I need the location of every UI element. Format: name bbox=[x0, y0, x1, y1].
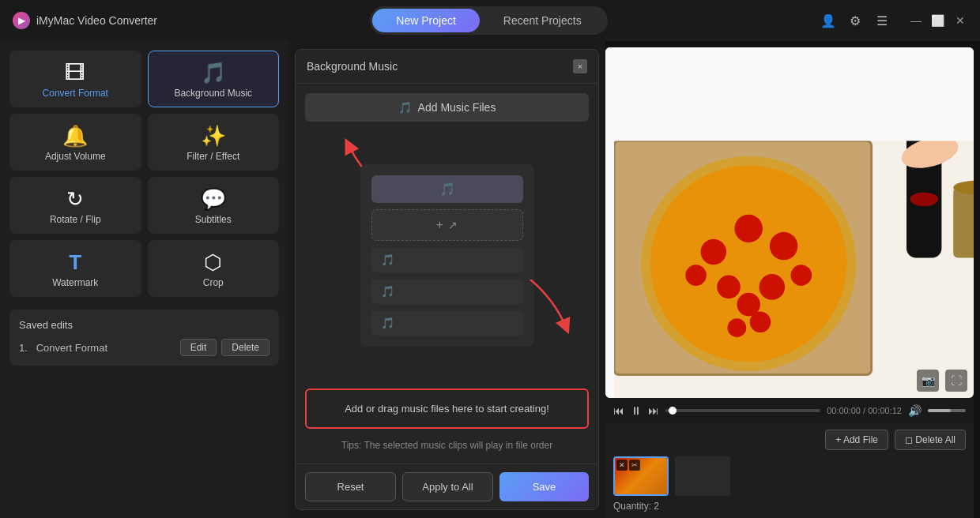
saved-edit-name: 1. Convert Format bbox=[19, 342, 107, 354]
reset-button[interactable]: Reset bbox=[305, 472, 396, 501]
tool-crop[interactable]: ⬡ Crop bbox=[148, 240, 280, 297]
tool-adjust-volume[interactable]: 🔔 Adjust Volume bbox=[9, 114, 141, 171]
time-current: 00:00:00 bbox=[827, 406, 861, 415]
svg-point-12 bbox=[790, 265, 812, 286]
minimize-button[interactable]: — bbox=[909, 13, 923, 28]
file-list-header: + Add File ◻ Delete All bbox=[613, 430, 966, 450]
note-icon-3: 🎵 bbox=[381, 317, 394, 329]
convert-format-icon: 🎞 bbox=[65, 62, 85, 83]
tool-background-music[interactable]: 🎵 Background Music bbox=[148, 51, 280, 107]
skip-start-button[interactable]: ⏮ bbox=[613, 404, 624, 417]
screenshot-icon[interactable]: 📷 bbox=[917, 370, 939, 392]
dialog-title: Background Music bbox=[307, 60, 398, 73]
svg-point-18 bbox=[910, 193, 938, 207]
save-button[interactable]: Save bbox=[499, 472, 589, 501]
note-icon-1: 🎵 bbox=[381, 253, 394, 266]
progress-bar[interactable] bbox=[665, 409, 820, 412]
add-music-label: Add Music Files bbox=[418, 101, 496, 114]
volume-bar[interactable] bbox=[928, 409, 966, 412]
dialog-close-button[interactable]: × bbox=[573, 59, 587, 73]
thumbnail-2-image bbox=[675, 456, 730, 496]
tool-subtitles[interactable]: 💬 Subtitles bbox=[148, 177, 280, 234]
background-music-dialog: Background Music × 🎵 Add Music Files bbox=[295, 49, 599, 510]
drop-zone[interactable]: Add or drag music files here to start cr… bbox=[305, 388, 589, 429]
settings-icon[interactable]: ⚙ bbox=[847, 13, 863, 28]
window-controls: — ⬜ ✕ bbox=[909, 13, 967, 28]
saved-edits-title: Saved edits bbox=[19, 319, 270, 331]
dialog-header: Background Music × bbox=[296, 50, 598, 84]
edit-button[interactable]: Edit bbox=[180, 339, 217, 356]
play-button[interactable]: ⏸ bbox=[631, 404, 642, 417]
skip-end-button[interactable]: ⏭ bbox=[648, 404, 659, 417]
thumbnail-1-cut[interactable]: ✂ bbox=[629, 460, 640, 471]
tool-watermark[interactable]: T Watermark bbox=[9, 240, 141, 297]
progress-dot bbox=[669, 407, 677, 415]
tab-recent-projects[interactable]: Recent Projects bbox=[480, 9, 605, 32]
tool-convert-format[interactable]: 🎞 Convert Format bbox=[9, 51, 141, 107]
saved-edit-item-name: Convert Format bbox=[36, 342, 107, 354]
thumbnail-2[interactable] bbox=[675, 456, 730, 496]
title-bar-actions: 👤 ⚙ ☰ — ⬜ ✕ bbox=[820, 13, 967, 28]
file-thumbnails: ✕ ✂ bbox=[613, 456, 966, 496]
watermark-icon: T bbox=[69, 252, 81, 272]
watermark-label: Watermark bbox=[52, 277, 98, 288]
add-file-button[interactable]: + Add File bbox=[825, 430, 888, 450]
rotate-flip-label: Rotate / Flip bbox=[50, 214, 101, 225]
delete-all-button[interactable]: ◻ Delete All bbox=[895, 430, 966, 450]
app-logo: ▶ bbox=[13, 12, 30, 29]
subtitles-icon: 💬 bbox=[201, 189, 226, 209]
svg-rect-19 bbox=[953, 188, 974, 258]
app-title: iMyMac Video Converter bbox=[36, 14, 157, 27]
svg-point-11 bbox=[685, 265, 707, 286]
svg-point-6 bbox=[701, 239, 727, 265]
adjust-volume-icon: 🔔 bbox=[62, 126, 88, 146]
saved-edit-row: 1. Convert Format Edit Delete bbox=[19, 339, 270, 356]
rotate-flip-icon: ↻ bbox=[66, 189, 84, 209]
subtitles-label: Subtitles bbox=[195, 214, 232, 225]
dialog-footer: Reset Apply to All Save bbox=[296, 464, 598, 509]
crop-label: Crop bbox=[203, 277, 224, 288]
svg-point-13 bbox=[728, 318, 747, 337]
background-music-label: Background Music bbox=[174, 88, 252, 99]
time-total: 00:00:12 bbox=[868, 406, 902, 415]
plus-icon: + bbox=[436, 218, 443, 232]
music-track-empty-3: 🎵 bbox=[371, 310, 523, 336]
quantity-text: Quantity: 2 bbox=[613, 501, 966, 512]
thumbnail-1[interactable]: ✕ ✂ bbox=[613, 456, 669, 496]
music-track-empty-1: 🎵 bbox=[371, 247, 523, 272]
filter-effect-label: Filter / Effect bbox=[187, 151, 239, 162]
svg-rect-23 bbox=[605, 47, 974, 141]
music-track-placeholder[interactable]: + ↗ bbox=[371, 209, 523, 241]
preview-action-icons: 📷 ⛶ bbox=[917, 370, 967, 392]
fullscreen-icon[interactable]: ⛶ bbox=[945, 370, 967, 392]
menu-icon[interactable]: ☰ bbox=[874, 13, 890, 28]
background-music-icon: 🎵 bbox=[201, 62, 226, 83]
maximize-button[interactable]: ⬜ bbox=[931, 13, 945, 28]
illustration-area: 🎵 + ↗ 🎵 🎵 🎵 bbox=[305, 130, 589, 381]
convert-format-label: Convert Format bbox=[43, 88, 108, 99]
main-layout: 🎞 Convert Format 🎵 Background Music 🔔 Ad… bbox=[0, 41, 980, 518]
filter-effect-icon: ✨ bbox=[201, 126, 226, 146]
note-icon-2: 🎵 bbox=[381, 285, 394, 298]
svg-point-8 bbox=[717, 276, 741, 299]
music-track-active: 🎵 bbox=[371, 175, 523, 203]
tool-rotate-flip[interactable]: ↻ Rotate / Flip bbox=[9, 177, 141, 234]
video-controls: ⏮ ⏸ ⏭ 00:00:00 / 00:00:12 🔊 bbox=[605, 398, 974, 423]
delete-button[interactable]: Delete bbox=[221, 339, 270, 356]
video-preview: 📷 ⛶ bbox=[605, 47, 974, 398]
tool-filter-effect[interactable]: ✨ Filter / Effect bbox=[148, 114, 280, 171]
tab-new-project[interactable]: New Project bbox=[372, 9, 479, 32]
user-icon[interactable]: 👤 bbox=[820, 13, 836, 28]
apply-to-all-button[interactable]: Apply to All bbox=[402, 472, 493, 501]
close-button[interactable]: ✕ bbox=[953, 13, 967, 28]
dialog-body: 🎵 Add Music Files bbox=[296, 84, 598, 464]
title-bar: ▶ iMyMac Video Converter New Project Rec… bbox=[0, 0, 980, 41]
drop-zone-text: Add or drag music files here to start cr… bbox=[345, 403, 549, 415]
add-music-files-button[interactable]: 🎵 Add Music Files bbox=[305, 93, 589, 122]
crop-icon: ⬡ bbox=[204, 252, 222, 272]
preview-image bbox=[605, 47, 974, 398]
volume-icon[interactable]: 🔊 bbox=[908, 404, 922, 417]
thumbnail-1-close[interactable]: ✕ bbox=[616, 460, 628, 471]
music-track-empty-2: 🎵 bbox=[371, 279, 523, 304]
saved-edits-panel: Saved edits 1. Convert Format Edit Delet… bbox=[9, 310, 279, 366]
